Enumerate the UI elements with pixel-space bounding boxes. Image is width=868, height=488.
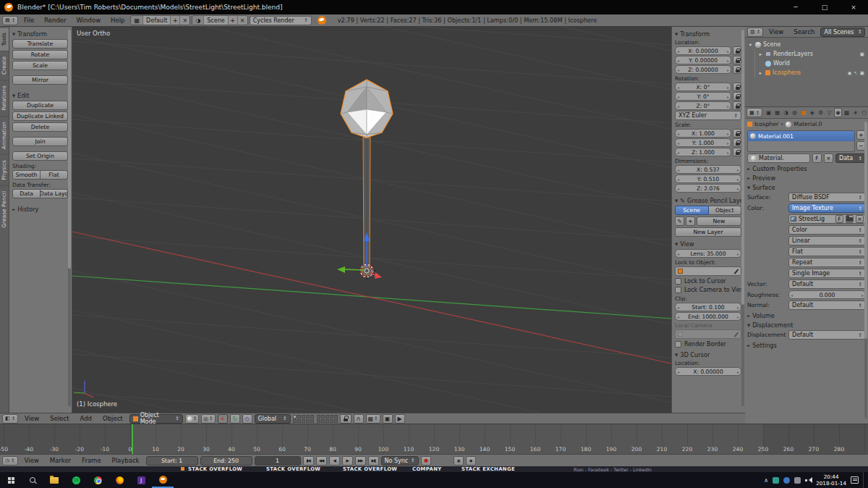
layer-dot[interactable] bbox=[326, 415, 329, 418]
taskbar-app-j[interactable]: J bbox=[130, 472, 152, 488]
menu-view[interactable]: View bbox=[20, 415, 43, 422]
location-z-field[interactable]: Z: 0.00000 bbox=[675, 65, 731, 74]
tray-icon-teal[interactable] bbox=[773, 477, 779, 484]
expand-icon[interactable]: ▸ bbox=[758, 70, 763, 76]
data-transfer-layout-button[interactable]: Data Layo bbox=[41, 189, 68, 198]
manipulator-rotate-button[interactable]: ↻ bbox=[230, 414, 240, 424]
play-button[interactable]: ▶ bbox=[342, 456, 353, 466]
rotation-z-field[interactable]: Z: 0° bbox=[675, 101, 731, 110]
selectability-icon[interactable]: ↖ bbox=[854, 70, 857, 76]
minimize-button[interactable]: ─ bbox=[781, 0, 810, 14]
rotation-y-field[interactable]: Y: 0° bbox=[675, 92, 731, 101]
gp-add-button[interactable]: + bbox=[686, 216, 695, 226]
source-dropdown[interactable]: Single Image↕ bbox=[788, 269, 866, 278]
menu-help[interactable]: Help bbox=[106, 17, 129, 24]
layer-dot[interactable] bbox=[330, 419, 333, 423]
material-slot-item[interactable]: Material.001 bbox=[748, 131, 854, 141]
tab-render[interactable]: ▣ bbox=[765, 108, 773, 117]
properties-scrollbar[interactable] bbox=[864, 122, 867, 418]
lock-icon[interactable] bbox=[733, 138, 741, 147]
data-link-dropdown[interactable]: Data ↕ bbox=[835, 153, 866, 163]
layer-dot[interactable] bbox=[310, 415, 314, 418]
info-editor-selector[interactable]: ▤ ↕ bbox=[2, 16, 18, 25]
tray-icon-gray[interactable] bbox=[794, 477, 801, 484]
mode-dropdown[interactable]: Object Mode ↕ bbox=[129, 414, 183, 424]
eyedropper-icon[interactable] bbox=[733, 269, 739, 274]
manipulator-x-arrow[interactable] bbox=[375, 272, 382, 279]
manipulator-scale-button[interactable]: ◇ bbox=[242, 414, 252, 424]
outliner-item-scene[interactable]: ▾ Scene bbox=[748, 40, 867, 49]
roughness-field[interactable]: 0.000 bbox=[788, 290, 866, 299]
current-frame-field[interactable]: 1 bbox=[255, 456, 301, 466]
screen-layout-icon[interactable]: ▦ bbox=[131, 16, 143, 25]
expand-icon[interactable]: ▾ bbox=[748, 42, 753, 48]
outliner-menu-search[interactable]: Search bbox=[789, 28, 819, 35]
layer-group-1[interactable] bbox=[293, 415, 314, 423]
breadcrumb-material[interactable]: Material.0 bbox=[793, 121, 822, 127]
gp-object-toggle[interactable]: Object bbox=[709, 206, 742, 215]
taskbar-spotify[interactable] bbox=[65, 472, 87, 488]
tray-expand-chevron[interactable]: ∧ bbox=[764, 477, 768, 484]
image-datablock-field[interactable]: StreetLig F × bbox=[788, 214, 866, 224]
surface-panel-header[interactable]: ▼Surface bbox=[747, 184, 866, 191]
visibility-eye-icon[interactable]: ◉ bbox=[848, 70, 852, 76]
layer-dot[interactable] bbox=[317, 415, 320, 418]
taskbar-chrome[interactable] bbox=[87, 472, 109, 488]
gp-new-button[interactable]: New bbox=[697, 216, 741, 226]
tab-constraints[interactable]: ◈ bbox=[808, 108, 816, 117]
history-panel-header[interactable]: ►History bbox=[12, 206, 68, 213]
renderable-icon[interactable]: ▣ bbox=[860, 51, 864, 57]
outliner-item-renderlayers[interactable]: ▸ RenderLayers ▣ bbox=[758, 49, 867, 59]
timeline-ruler[interactable]: -50-40-30-20-100102030405060708090100110… bbox=[0, 424, 868, 454]
delete-button[interactable]: Delete bbox=[12, 122, 68, 132]
toolshelf-tab-tools[interactable]: Tools bbox=[0, 27, 9, 51]
displacement-panel-header[interactable]: ▼Displacement bbox=[747, 321, 866, 329]
clip-end-field[interactable]: End: 1000.000 bbox=[675, 312, 741, 321]
add-screen-layout-button[interactable]: + bbox=[171, 16, 180, 25]
scale-x-field[interactable]: X: 1.000 bbox=[675, 129, 731, 138]
manipulator-translate-button[interactable]: + bbox=[218, 414, 228, 424]
toolshelf-tab-create[interactable]: Create bbox=[0, 51, 9, 80]
checkbox-icon[interactable] bbox=[675, 287, 681, 293]
snap-toggle-button[interactable]: ∩ bbox=[354, 414, 364, 424]
eyedropper-icon[interactable] bbox=[733, 332, 739, 337]
mirror-button[interactable]: Mirror bbox=[12, 75, 68, 85]
normal-dropdown[interactable]: Default↕ bbox=[788, 300, 866, 310]
properties-editor-selector[interactable]: ▦ ↕ bbox=[746, 108, 762, 117]
lens-field[interactable]: Lens: 35.000 bbox=[675, 249, 741, 258]
taskbar-clock[interactable]: 20:44 2018-01-14 bbox=[816, 474, 846, 487]
outliner-item-world[interactable]: World bbox=[758, 59, 867, 68]
lock-icon[interactable] bbox=[733, 83, 741, 91]
tab-world[interactable]: ◍ bbox=[791, 108, 799, 117]
lock-icon[interactable] bbox=[733, 129, 741, 138]
tab-material[interactable]: ◉ bbox=[834, 108, 842, 117]
unlink-material-button[interactable]: × bbox=[824, 153, 833, 163]
add-scene-button[interactable]: + bbox=[229, 16, 238, 25]
location-y-field[interactable]: Y: 0.00000 bbox=[675, 56, 731, 64]
color-input-dropdown[interactable]: Image Texture↕ bbox=[788, 203, 866, 213]
tray-icon-blue[interactable] bbox=[783, 477, 790, 484]
interpolation-dropdown[interactable]: Linear↕ bbox=[788, 236, 866, 245]
gp-new-layer-button[interactable]: New Layer bbox=[675, 227, 741, 237]
taskbar-blender[interactable] bbox=[152, 472, 174, 488]
render-border-row[interactable]: Render Border bbox=[675, 341, 741, 348]
lock-icon[interactable] bbox=[733, 92, 741, 101]
snap-element-dropdown[interactable]: ▦↕ bbox=[366, 414, 380, 424]
jump-to-start-button[interactable]: ▮◀ bbox=[303, 456, 314, 466]
extension-dropdown[interactable]: Repeat↕ bbox=[788, 258, 866, 267]
tab-object[interactable]: ■ bbox=[799, 108, 807, 117]
menu-window[interactable]: Window bbox=[72, 17, 106, 24]
timeline-menu-frame[interactable]: Frame bbox=[77, 457, 105, 464]
checkbox-icon[interactable] bbox=[675, 278, 681, 285]
gp-scene-toggle[interactable]: Scene bbox=[675, 206, 709, 215]
set-origin-button[interactable]: Set Origin bbox=[12, 151, 68, 161]
tab-render-layers[interactable]: ▦ bbox=[773, 108, 781, 117]
taskbar-firefox[interactable] bbox=[109, 472, 130, 488]
jump-to-end-button[interactable]: ▶▮ bbox=[368, 456, 379, 466]
local-camera-field[interactable] bbox=[675, 329, 741, 339]
translate-button[interactable]: Translate bbox=[12, 39, 68, 49]
insert-keyframe-button[interactable]: ◆ bbox=[466, 456, 476, 466]
preview-panel-header[interactable]: ►Preview bbox=[747, 174, 866, 182]
grease-pencil-panel-header[interactable]: ▼✎Grease Pencil Layers bbox=[675, 197, 741, 204]
scene-selector-icon[interactable]: ◑ bbox=[192, 16, 204, 25]
